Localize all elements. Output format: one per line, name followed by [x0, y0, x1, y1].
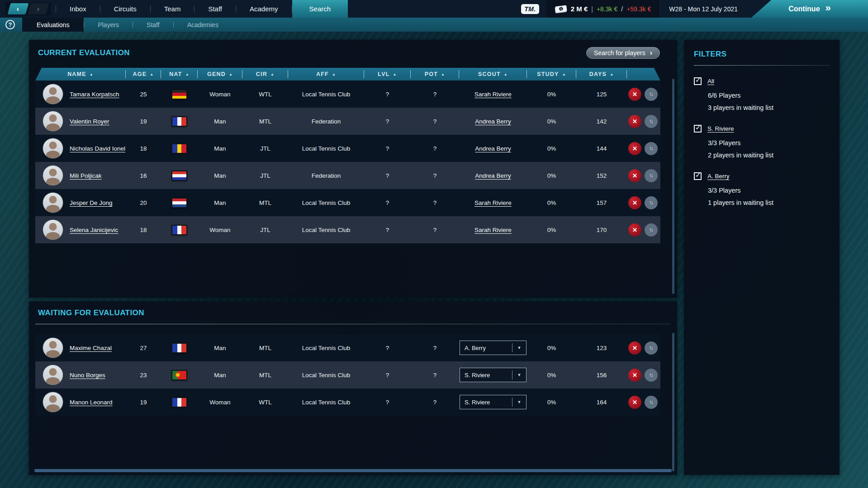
- reorder-player-button[interactable]: ↑↓: [645, 196, 658, 209]
- table-row: Selena Janicijevic18WomanJTLLocal Tennis…: [35, 216, 660, 243]
- player-name-link[interactable]: Nuno Borges: [70, 372, 105, 379]
- weekly-income: +8.3k €: [597, 5, 617, 13]
- circuit-cell: JTL: [242, 227, 288, 233]
- scout-name-link[interactable]: Sarah Riviere: [474, 199, 512, 206]
- column-header-age[interactable]: AGE▲: [126, 68, 161, 81]
- vertical-scrollbar[interactable]: [672, 333, 674, 471]
- subnav-tab-players[interactable]: Players: [84, 18, 133, 32]
- subnav-tab-staff[interactable]: Staff: [133, 18, 173, 32]
- reorder-player-button[interactable]: ↑↓: [645, 88, 658, 101]
- filter-waiting-count: 3 players in waiting list: [708, 104, 830, 111]
- remove-player-button[interactable]: ✕: [628, 341, 641, 355]
- gender-cell: Woman: [198, 227, 242, 233]
- nationality-cell: [161, 198, 198, 208]
- remove-player-button[interactable]: ✕: [628, 369, 641, 382]
- scout-dropdown[interactable]: A. Berry▼: [460, 341, 526, 355]
- column-header-pot[interactable]: POT▲: [411, 68, 459, 81]
- affiliation-cell: Federation: [288, 172, 364, 179]
- reorder-player-button[interactable]: ↑↓: [645, 223, 658, 237]
- potential-cell: ?: [411, 145, 459, 152]
- scout-name-link[interactable]: Sarah Riviere: [474, 227, 512, 233]
- days-cell: 157: [576, 199, 627, 206]
- help-icon[interactable]: ?: [5, 20, 15, 29]
- remove-player-button[interactable]: ✕: [628, 88, 641, 101]
- affiliation-cell: Local Tennis Club: [288, 91, 364, 98]
- nav-tab-team[interactable]: Team: [151, 0, 194, 18]
- filter-waiting-count: 1 players in waiting list: [708, 199, 830, 206]
- remove-player-button[interactable]: ✕: [628, 142, 641, 155]
- checkbox-a-berry[interactable]: ✓: [694, 172, 702, 180]
- column-header-days[interactable]: DAYS▲: [576, 68, 627, 81]
- sort-asc-icon: ▲: [441, 72, 445, 76]
- column-header-gend[interactable]: GEND▲: [198, 68, 242, 81]
- continue-label: Continue: [788, 5, 820, 13]
- column-header-lvl[interactable]: LVL▲: [364, 68, 411, 81]
- scout-name-link[interactable]: Sarah Riviere: [474, 91, 512, 98]
- scout-cell: Sarah Riviere: [459, 227, 527, 233]
- subnav-tab-academies[interactable]: Academies: [174, 18, 232, 32]
- circuit-cell: MTL: [242, 345, 288, 351]
- filter-waiting-count: 2 players in waiting list: [708, 152, 830, 159]
- reorder-player-button[interactable]: ↑↓: [645, 142, 658, 155]
- column-header-study[interactable]: STUDY▲: [527, 68, 576, 81]
- remove-player-button[interactable]: ✕: [628, 223, 641, 237]
- reorder-player-button[interactable]: ↑↓: [645, 341, 658, 355]
- player-avatar: [43, 111, 63, 132]
- filter-label-a-berry[interactable]: A. Berry: [707, 173, 730, 180]
- nav-tab-search[interactable]: Search: [292, 0, 348, 18]
- potential-cell: ?: [411, 118, 459, 125]
- reorder-player-button[interactable]: ↑↓: [645, 115, 658, 128]
- filter-players-count: 3/3 Players: [708, 187, 830, 194]
- forward-chevron-icon: ›: [37, 5, 39, 13]
- days-cell: 170: [576, 227, 627, 233]
- search-for-players-button[interactable]: Search for players ›: [586, 47, 660, 59]
- divider: [35, 324, 671, 324]
- player-name-link[interactable]: Manon Leonard: [70, 399, 113, 406]
- remove-player-button[interactable]: ✕: [628, 169, 641, 182]
- player-name-link[interactable]: Maxime Chazal: [70, 345, 112, 351]
- filter-label-s-riviere[interactable]: S. Riviere: [707, 125, 734, 132]
- forward-button[interactable]: ›: [28, 3, 49, 14]
- player-name-link[interactable]: Selena Janicijevic: [70, 227, 118, 233]
- continue-button[interactable]: Continue »: [751, 0, 868, 18]
- filter-label-all[interactable]: All: [707, 78, 714, 85]
- reorder-player-button[interactable]: ↑↓: [645, 169, 658, 182]
- player-name-link[interactable]: Valentin Royer: [70, 118, 109, 125]
- reorder-player-button[interactable]: ↑↓: [645, 396, 658, 409]
- scout-name-link[interactable]: Andrea Berry: [475, 118, 511, 125]
- checkbox-s-riviere[interactable]: ✓: [694, 125, 702, 133]
- chevron-right-icon: ›: [650, 49, 652, 57]
- player-name-link[interactable]: Nicholas David Ionel: [70, 145, 125, 152]
- scout-name-link[interactable]: Andrea Berry: [475, 145, 511, 152]
- scout-dropdown[interactable]: S. Riviere▼: [460, 395, 526, 409]
- nav-tab-inbox[interactable]: Inbox: [56, 0, 100, 18]
- vertical-scrollbar[interactable]: [672, 79, 674, 294]
- checkbox-all[interactable]: ✓: [694, 77, 702, 85]
- column-header-name[interactable]: NAME▲: [35, 68, 126, 81]
- scout-name-link[interactable]: Andrea Berry: [475, 172, 511, 179]
- player-avatar: [43, 192, 63, 213]
- finance-slash: /: [621, 5, 623, 13]
- player-name-link[interactable]: Jesper De Jong: [70, 199, 113, 206]
- reorder-player-button[interactable]: ↑↓: [645, 369, 658, 382]
- remove-player-button[interactable]: ✕: [628, 196, 641, 209]
- scout-dropdown[interactable]: S. Riviere▼: [460, 368, 526, 382]
- sort-asc-icon: ▲: [332, 72, 336, 76]
- subnav-tab-evaluations[interactable]: Evaluations: [22, 18, 84, 32]
- column-header-scout[interactable]: SCOUT▲: [459, 68, 527, 81]
- player-name-link[interactable]: Mili Poljicak: [70, 172, 102, 179]
- remove-player-button[interactable]: ✕: [628, 115, 641, 128]
- back-button[interactable]: ‹: [7, 3, 28, 14]
- column-header-cir[interactable]: CIR▲: [242, 68, 288, 81]
- horizontal-scrollbar[interactable]: [34, 469, 672, 472]
- nav-tab-staff[interactable]: Staff: [194, 0, 236, 18]
- column-header-aff[interactable]: AFF▲: [288, 68, 364, 81]
- remove-player-button[interactable]: ✕: [628, 396, 641, 409]
- column-header-nat[interactable]: NAT▲: [161, 68, 198, 81]
- nav-tab-circuits[interactable]: Circuits: [100, 0, 150, 18]
- affiliation-cell: Local Tennis Club: [288, 372, 364, 379]
- sort-asc-icon: ▲: [150, 72, 154, 76]
- player-name-link[interactable]: Tamara Korpatsch: [70, 91, 119, 98]
- nav-tab-academy[interactable]: Academy: [236, 0, 292, 18]
- filter-players-count: 6/6 Players: [708, 92, 830, 99]
